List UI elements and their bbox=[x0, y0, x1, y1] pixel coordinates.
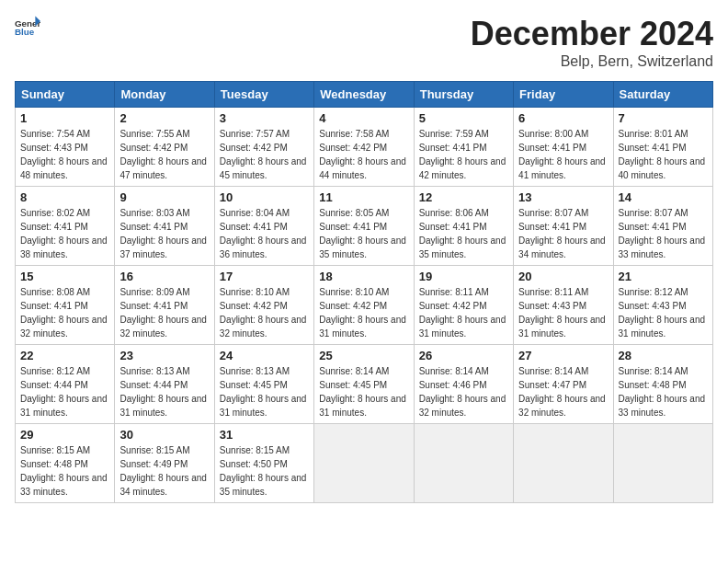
day-info: Sunrise: 8:05 AMSunset: 4:41 PMDaylight:… bbox=[319, 206, 408, 261]
week-row-1: 1Sunrise: 7:54 AMSunset: 4:43 PMDaylight… bbox=[16, 108, 713, 187]
day-cell: 29Sunrise: 8:15 AMSunset: 4:48 PMDayligh… bbox=[16, 424, 115, 503]
day-number: 22 bbox=[20, 349, 109, 362]
day-number: 26 bbox=[419, 349, 508, 362]
day-number: 31 bbox=[220, 428, 309, 442]
day-cell: 9Sunrise: 8:03 AMSunset: 4:41 PMDaylight… bbox=[115, 187, 214, 266]
day-info: Sunrise: 8:15 AMSunset: 4:48 PMDaylight:… bbox=[20, 443, 109, 499]
day-info: Sunrise: 8:02 AMSunset: 4:41 PMDaylight:… bbox=[20, 206, 109, 261]
day-number: 30 bbox=[119, 428, 209, 442]
day-info: Sunrise: 8:15 AMSunset: 4:49 PMDaylight:… bbox=[119, 443, 209, 499]
day-number: 7 bbox=[619, 111, 708, 125]
day-info: Sunrise: 8:06 AMSunset: 4:41 PMDaylight:… bbox=[419, 206, 508, 261]
day-cell: 18Sunrise: 8:10 AMSunset: 4:42 PMDayligh… bbox=[314, 266, 414, 345]
day-info: Sunrise: 7:55 AMSunset: 4:42 PMDaylight:… bbox=[119, 127, 209, 182]
day-cell: 31Sunrise: 8:15 AMSunset: 4:50 PMDayligh… bbox=[214, 424, 313, 503]
day-cell: 20Sunrise: 8:11 AMSunset: 4:43 PMDayligh… bbox=[514, 266, 613, 345]
day-number: 29 bbox=[20, 428, 109, 442]
day-cell: 30Sunrise: 8:15 AMSunset: 4:49 PMDayligh… bbox=[115, 424, 214, 503]
day-cell: 4Sunrise: 7:58 AMSunset: 4:42 PMDaylight… bbox=[314, 108, 414, 187]
day-info: Sunrise: 7:54 AMSunset: 4:43 PMDaylight:… bbox=[20, 127, 109, 182]
day-cell: 12Sunrise: 8:06 AMSunset: 4:41 PMDayligh… bbox=[414, 187, 513, 266]
day-cell: 16Sunrise: 8:09 AMSunset: 4:41 PMDayligh… bbox=[115, 266, 214, 345]
day-cell: 3Sunrise: 7:57 AMSunset: 4:42 PMDaylight… bbox=[214, 108, 313, 187]
day-cell: 24Sunrise: 8:13 AMSunset: 4:45 PMDayligh… bbox=[214, 345, 313, 424]
page-header: General Blue December 2024 Belp, Bern, S… bbox=[15, 15, 713, 70]
day-number: 13 bbox=[518, 190, 608, 204]
day-number: 20 bbox=[518, 270, 608, 283]
day-cell bbox=[414, 424, 513, 503]
header-row: SundayMondayTuesdayWednesdayThursdayFrid… bbox=[16, 82, 713, 108]
day-number: 1 bbox=[20, 111, 109, 125]
day-info: Sunrise: 8:10 AMSunset: 4:42 PMDaylight:… bbox=[220, 285, 309, 340]
day-cell: 5Sunrise: 7:59 AMSunset: 4:41 PMDaylight… bbox=[414, 108, 513, 187]
day-info: Sunrise: 8:14 AMSunset: 4:48 PMDaylight:… bbox=[619, 364, 708, 419]
day-cell: 27Sunrise: 8:14 AMSunset: 4:47 PMDayligh… bbox=[514, 345, 613, 424]
day-cell: 7Sunrise: 8:01 AMSunset: 4:41 PMDaylight… bbox=[613, 108, 712, 187]
day-info: Sunrise: 8:14 AMSunset: 4:46 PMDaylight:… bbox=[419, 364, 508, 419]
day-info: Sunrise: 8:15 AMSunset: 4:50 PMDaylight:… bbox=[220, 443, 309, 499]
day-info: Sunrise: 8:08 AMSunset: 4:41 PMDaylight:… bbox=[20, 285, 109, 340]
day-info: Sunrise: 8:14 AMSunset: 4:47 PMDaylight:… bbox=[518, 364, 608, 419]
day-info: Sunrise: 7:59 AMSunset: 4:41 PMDaylight:… bbox=[419, 127, 508, 182]
day-number: 21 bbox=[619, 270, 708, 283]
header-cell-sunday: Sunday bbox=[16, 82, 115, 108]
day-number: 16 bbox=[119, 270, 209, 283]
day-cell: 26Sunrise: 8:14 AMSunset: 4:46 PMDayligh… bbox=[414, 345, 513, 424]
day-number: 10 bbox=[220, 190, 309, 204]
day-info: Sunrise: 8:07 AMSunset: 4:41 PMDaylight:… bbox=[619, 206, 708, 261]
day-cell: 17Sunrise: 8:10 AMSunset: 4:42 PMDayligh… bbox=[214, 266, 313, 345]
svg-text:Blue: Blue bbox=[15, 27, 35, 37]
day-info: Sunrise: 8:10 AMSunset: 4:42 PMDaylight:… bbox=[319, 285, 408, 340]
calendar-table: SundayMondayTuesdayWednesdayThursdayFrid… bbox=[15, 81, 713, 503]
day-cell bbox=[314, 424, 414, 503]
week-row-4: 22Sunrise: 8:12 AMSunset: 4:44 PMDayligh… bbox=[16, 345, 713, 424]
title-area: December 2024 Belp, Bern, Switzerland bbox=[471, 15, 713, 70]
logo-icon: General Blue bbox=[15, 15, 40, 40]
day-number: 24 bbox=[220, 349, 309, 362]
week-row-3: 15Sunrise: 8:08 AMSunset: 4:41 PMDayligh… bbox=[16, 266, 713, 345]
day-info: Sunrise: 7:58 AMSunset: 4:42 PMDaylight:… bbox=[319, 127, 408, 182]
day-info: Sunrise: 8:14 AMSunset: 4:45 PMDaylight:… bbox=[319, 364, 408, 419]
day-info: Sunrise: 8:09 AMSunset: 4:41 PMDaylight:… bbox=[119, 285, 209, 340]
day-info: Sunrise: 8:12 AMSunset: 4:43 PMDaylight:… bbox=[619, 285, 708, 340]
day-number: 19 bbox=[419, 270, 508, 283]
header-cell-monday: Monday bbox=[115, 82, 214, 108]
day-info: Sunrise: 8:03 AMSunset: 4:41 PMDaylight:… bbox=[119, 206, 209, 261]
day-info: Sunrise: 8:07 AMSunset: 4:41 PMDaylight:… bbox=[518, 206, 608, 261]
day-info: Sunrise: 8:12 AMSunset: 4:44 PMDaylight:… bbox=[20, 364, 109, 419]
day-number: 27 bbox=[518, 349, 608, 362]
day-number: 12 bbox=[419, 190, 508, 204]
day-info: Sunrise: 8:11 AMSunset: 4:42 PMDaylight:… bbox=[419, 285, 508, 340]
day-cell bbox=[514, 424, 613, 503]
day-cell: 2Sunrise: 7:55 AMSunset: 4:42 PMDaylight… bbox=[115, 108, 214, 187]
day-cell bbox=[613, 424, 712, 503]
day-number: 14 bbox=[619, 190, 708, 204]
header-cell-wednesday: Wednesday bbox=[314, 82, 414, 108]
day-cell: 28Sunrise: 8:14 AMSunset: 4:48 PMDayligh… bbox=[613, 345, 712, 424]
day-cell: 10Sunrise: 8:04 AMSunset: 4:41 PMDayligh… bbox=[214, 187, 313, 266]
day-number: 23 bbox=[119, 349, 209, 362]
day-number: 6 bbox=[518, 111, 608, 125]
header-cell-friday: Friday bbox=[514, 82, 613, 108]
header-cell-saturday: Saturday bbox=[613, 82, 712, 108]
day-info: Sunrise: 8:11 AMSunset: 4:43 PMDaylight:… bbox=[518, 285, 608, 340]
day-cell: 6Sunrise: 8:00 AMSunset: 4:41 PMDaylight… bbox=[514, 108, 613, 187]
header-cell-thursday: Thursday bbox=[414, 82, 513, 108]
day-cell: 21Sunrise: 8:12 AMSunset: 4:43 PMDayligh… bbox=[613, 266, 712, 345]
month-title: December 2024 bbox=[471, 15, 713, 53]
day-cell: 23Sunrise: 8:13 AMSunset: 4:44 PMDayligh… bbox=[115, 345, 214, 424]
day-number: 8 bbox=[20, 190, 109, 204]
week-row-5: 29Sunrise: 8:15 AMSunset: 4:48 PMDayligh… bbox=[16, 424, 713, 503]
day-cell: 1Sunrise: 7:54 AMSunset: 4:43 PMDaylight… bbox=[16, 108, 115, 187]
day-number: 25 bbox=[319, 349, 408, 362]
day-number: 2 bbox=[119, 111, 209, 125]
day-cell: 15Sunrise: 8:08 AMSunset: 4:41 PMDayligh… bbox=[16, 266, 115, 345]
day-number: 5 bbox=[419, 111, 508, 125]
day-cell: 14Sunrise: 8:07 AMSunset: 4:41 PMDayligh… bbox=[613, 187, 712, 266]
day-number: 28 bbox=[619, 349, 708, 362]
day-number: 17 bbox=[220, 270, 309, 283]
day-number: 3 bbox=[220, 111, 309, 125]
day-cell: 8Sunrise: 8:02 AMSunset: 4:41 PMDaylight… bbox=[16, 187, 115, 266]
day-cell: 25Sunrise: 8:14 AMSunset: 4:45 PMDayligh… bbox=[314, 345, 414, 424]
week-row-2: 8Sunrise: 8:02 AMSunset: 4:41 PMDaylight… bbox=[16, 187, 713, 266]
